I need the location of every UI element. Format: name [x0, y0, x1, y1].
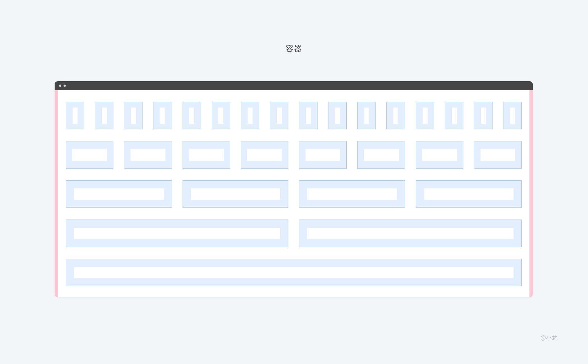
window-control-dot	[59, 85, 61, 87]
grid-cell-content	[189, 108, 194, 124]
grid-cell-content	[452, 108, 457, 124]
grid-cell	[299, 180, 405, 208]
grid-container	[61, 90, 527, 286]
grid-cell	[66, 102, 84, 129]
grid-cell-content	[189, 149, 224, 161]
grid-cell-content	[510, 108, 515, 124]
page-title: 容器	[0, 0, 588, 54]
grid-cell	[270, 102, 288, 129]
grid-cell-content	[160, 108, 165, 124]
attribution: @小龙	[540, 334, 557, 342]
grid-cell	[66, 180, 172, 208]
grid-cell-content	[480, 149, 515, 161]
grid-cell	[474, 102, 493, 129]
grid-row-8	[66, 141, 522, 169]
grid-cell-content	[335, 108, 340, 124]
grid-cell	[474, 141, 522, 169]
grid-cell	[183, 102, 201, 129]
grid-cell	[328, 102, 347, 129]
window-control-dot	[64, 85, 66, 87]
grid-cell-content	[307, 188, 397, 200]
grid-cell	[212, 102, 230, 129]
grid-cell-content	[424, 188, 514, 200]
window-title-bar	[55, 81, 533, 90]
browser-window	[55, 81, 533, 297]
grid-cell-content	[306, 108, 311, 124]
grid-row-4	[66, 180, 522, 208]
grid-cell-content	[131, 108, 136, 124]
grid-cell-content	[277, 108, 282, 124]
grid-cell-content	[393, 108, 398, 124]
grid-cell	[386, 102, 405, 129]
window-body	[55, 90, 533, 297]
grid-cell	[124, 141, 172, 169]
grid-cell	[357, 102, 376, 129]
grid-cell	[183, 141, 230, 169]
grid-cell	[445, 102, 463, 129]
grid-cell-content	[364, 149, 398, 161]
grid-cell-content	[248, 108, 253, 124]
grid-cell-content	[423, 108, 428, 124]
grid-cell-content	[72, 149, 107, 161]
grid-cell-content	[305, 149, 340, 161]
grid-cell-content	[102, 108, 107, 124]
grid-cell	[416, 102, 434, 129]
grid-cell-content	[74, 188, 164, 200]
grid-row-1	[66, 259, 522, 286]
grid-cell-content	[307, 228, 514, 239]
grid-cell-content	[130, 149, 165, 161]
grid-cell	[66, 141, 113, 169]
grid-cell	[153, 102, 172, 129]
grid-cell	[66, 220, 288, 247]
grid-cell	[299, 141, 347, 169]
grid-cell	[66, 259, 522, 286]
grid-cell-content	[191, 188, 281, 200]
grid-cell	[241, 102, 259, 129]
grid-cell	[416, 141, 463, 169]
grid-cell-content	[422, 149, 457, 161]
grid-cell-content	[218, 108, 223, 124]
grid-cell	[95, 102, 113, 129]
grid-cell-content	[364, 108, 369, 124]
grid-cell	[357, 141, 405, 169]
grid-cell-content	[481, 108, 486, 124]
grid-cell	[124, 102, 143, 129]
grid-cell-content	[74, 228, 280, 239]
grid-cell-content	[74, 267, 514, 278]
grid-cell	[183, 180, 289, 208]
grid-cell	[299, 220, 522, 247]
grid-cell	[503, 102, 522, 129]
grid-row-2	[66, 220, 522, 247]
grid-row-16	[66, 102, 522, 129]
grid-cell-content	[247, 149, 282, 161]
grid-cell	[416, 180, 522, 208]
grid-cell-content	[73, 108, 78, 124]
grid-cell	[241, 141, 288, 169]
grid-cell	[299, 102, 318, 129]
